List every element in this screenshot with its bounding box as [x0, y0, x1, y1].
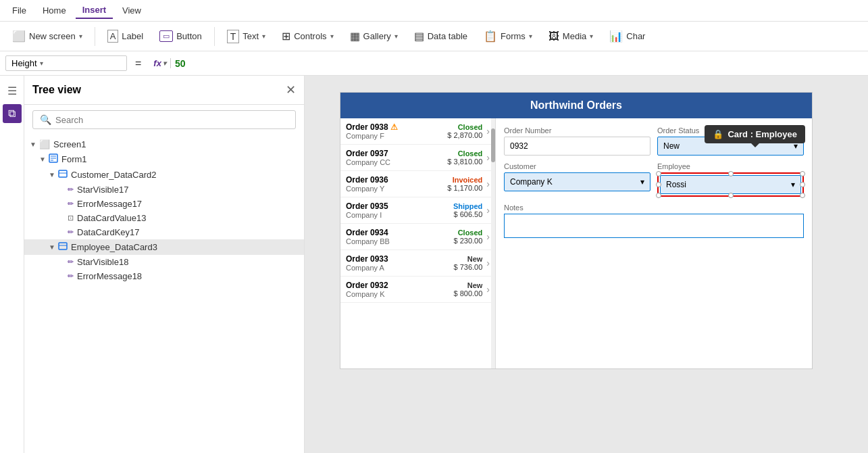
employee-select-chevron: ▾ — [791, 180, 795, 189]
canvas-area: Northwind Orders Order 0938 ⚠ C — [305, 76, 868, 453]
order-item-0938[interactable]: Order 0938 ⚠ Company F Closed $ 2,870.00… — [340, 118, 495, 145]
formula-input[interactable] — [175, 58, 863, 69]
order-status-0938: Closed — [447, 123, 482, 131]
form-row-notes: Notes — [504, 204, 804, 238]
menu-file[interactable]: File — [5, 3, 33, 18]
button-icon: ▭ — [159, 30, 173, 42]
controls-button[interactable]: ⊞ Controls ▾ — [275, 26, 340, 46]
gallery-label: Gallery — [363, 31, 391, 41]
search-box: 🔍 — [32, 110, 296, 129]
tree-label-datacardvalue13: DataCardValue13 — [77, 213, 146, 223]
main-layout: ☰ ⧉ Tree view ✕ 🔍 ▼ ⬜ Screen1 ▼ — [0, 76, 868, 453]
datacard-icon-employee — [58, 241, 68, 253]
datatable-button[interactable]: ▤ Data table — [407, 26, 474, 46]
tree-item-errormessage17[interactable]: ✏ ErrorMessage17 — [24, 197, 304, 211]
svg-rect-6 — [59, 243, 67, 249]
handle-mr[interactable] — [800, 182, 805, 187]
tree-item-employee-datacard3[interactable]: ▼ Employee_DataCard3 — [24, 239, 304, 255]
tree-item-starvisible17[interactable]: ✏ StarVisible17 — [24, 183, 304, 197]
form-col-order-number: Order Number 0932 — [504, 126, 650, 156]
controls-label: Controls — [294, 31, 326, 41]
panel-close-button[interactable]: ✕ — [286, 82, 296, 97]
employee-select[interactable]: Rossi ▾ — [660, 175, 801, 194]
menu-view[interactable]: View — [116, 3, 148, 18]
edit-icon-datacardkey17: ✏ — [68, 228, 74, 237]
handle-br[interactable] — [800, 193, 805, 198]
handle-bm[interactable] — [728, 193, 734, 198]
handle-tl[interactable] — [656, 171, 661, 176]
tree-item-datacardkey17[interactable]: ✏ DataCardKey17 — [24, 225, 304, 239]
charts-button[interactable]: 📊 Char — [603, 26, 652, 46]
notes-input[interactable] — [504, 214, 804, 238]
order-status-0933: New — [454, 255, 483, 263]
tree-toggle-screen1[interactable]: ▼ — [30, 141, 39, 148]
order-status-area-0935: Shipped $ 606.50 — [453, 202, 482, 218]
customer-label: Customer — [504, 162, 650, 170]
label-button[interactable]: A Label — [101, 26, 150, 46]
search-input[interactable] — [55, 115, 288, 125]
tree-label-employee-datacard3: Employee_DataCard3 — [71, 242, 157, 252]
handle-tm[interactable] — [728, 171, 734, 176]
app-body: Order 0938 ⚠ Company F Closed $ 2,870.00… — [340, 118, 812, 368]
gallery-button[interactable]: ▦ Gallery ▾ — [343, 26, 405, 46]
tree-toggle-customer-datacard2[interactable]: ▼ — [49, 171, 58, 178]
menu-insert[interactable]: Insert — [76, 2, 113, 19]
app-title: Northwind Orders — [530, 99, 622, 111]
media-button[interactable]: 🖼 Media ▾ — [542, 27, 600, 46]
formula-selector[interactable]: Height ▾ — [5, 55, 127, 71]
order-item-0934[interactable]: Order 0934 Company BB Closed $ 230.00 › — [340, 224, 495, 250]
tree-item-starvisible18[interactable]: ✏ StarVisible18 — [24, 255, 304, 269]
order-status-area-0937: Closed $ 3,810.00 — [447, 149, 482, 166]
order-status-area-0938: Closed $ 2,870.00 — [447, 123, 482, 139]
employee-label: Employee — [657, 162, 804, 170]
formula-selector-label: Height — [11, 58, 37, 68]
menu-home[interactable]: Home — [36, 3, 73, 18]
order-list-scrollbar[interactable] — [491, 118, 495, 368]
tree-label-starvisible18: StarVisible18 — [77, 257, 128, 267]
tree-item-datacardvalue13[interactable]: ⊡ DataCardValue13 — [24, 211, 304, 225]
order-item-0932[interactable]: Order 0932 Company K New $ 800.00 › — [340, 277, 495, 303]
order-status-0935: Shipped — [453, 202, 482, 210]
controls-chevron: ▾ — [330, 32, 334, 40]
text-button[interactable]: T Text ▾ — [220, 26, 272, 47]
handle-ml[interactable] — [656, 182, 661, 187]
screen-icon: ⬜ — [39, 139, 50, 149]
forms-button[interactable]: 📋 Forms ▾ — [477, 26, 539, 46]
order-status-area-0933: New $ 736.00 — [454, 255, 483, 271]
notes-label: Notes — [504, 204, 804, 212]
order-status-area-0932: New $ 800.00 — [454, 281, 483, 297]
order-number-input[interactable]: 0932 — [504, 137, 650, 156]
order-item-0937[interactable]: Order 0937 Company CC Closed $ 3,810.00 … — [340, 145, 495, 171]
tree-item-form1[interactable]: ▼ Form1 — [24, 151, 304, 167]
warn-icon-0938: ⚠ — [390, 122, 398, 132]
order-item-0935[interactable]: Order 0935 Company I Shipped $ 606.50 › — [340, 197, 495, 224]
order-item-0936[interactable]: Order 0936 Company Y Invoiced $ 1,170.00… — [340, 171, 495, 197]
tree-toggle-form1[interactable]: ▼ — [39, 156, 49, 163]
tree-item-screen1[interactable]: ▼ ⬜ Screen1 — [24, 137, 304, 151]
order-num-0937: Order 0937 — [346, 149, 443, 158]
form-col-customer: Customer Company K ▾ — [504, 162, 650, 197]
datatable-label: Data table — [428, 31, 467, 41]
media-icon: 🖼 — [548, 30, 559, 43]
hamburger-icon[interactable]: ☰ — [3, 81, 22, 100]
customer-select[interactable]: Company K ▾ — [504, 172, 650, 191]
new-screen-button[interactable]: ⬜ New screen ▾ — [5, 26, 89, 46]
order-item-0933[interactable]: Order 0933 Company A New $ 736.00 › — [340, 250, 495, 277]
handle-bl[interactable] — [656, 193, 661, 198]
order-num-0932: Order 0932 — [346, 281, 450, 290]
layers-icon[interactable]: ⧉ — [3, 104, 22, 123]
handle-tr[interactable] — [800, 171, 805, 176]
order-amount-0936: $ 1,170.00 — [447, 184, 482, 192]
tree-toggle-employee-datacard3[interactable]: ▼ — [49, 243, 58, 251]
order-num-0935: Order 0935 — [346, 201, 449, 211]
app-canvas: Northwind Orders Order 0938 ⚠ C — [340, 92, 833, 369]
label-icon: A — [107, 30, 119, 43]
tree-item-errormessage18[interactable]: ✏ ErrorMessage18 — [24, 269, 304, 283]
formula-bar: Height ▾ = fx ▾ — [0, 51, 868, 76]
tree-view-panel: Tree view ✕ 🔍 ▼ ⬜ Screen1 ▼ Form1 — [24, 76, 305, 453]
tree-item-customer-datacard2[interactable]: ▼ Customer_DataCard2 — [24, 167, 304, 183]
sep1 — [95, 27, 95, 46]
edit-icon-errormessage18: ✏ — [68, 272, 74, 281]
button-button[interactable]: ▭ Button — [153, 27, 209, 45]
sep2 — [214, 27, 215, 46]
